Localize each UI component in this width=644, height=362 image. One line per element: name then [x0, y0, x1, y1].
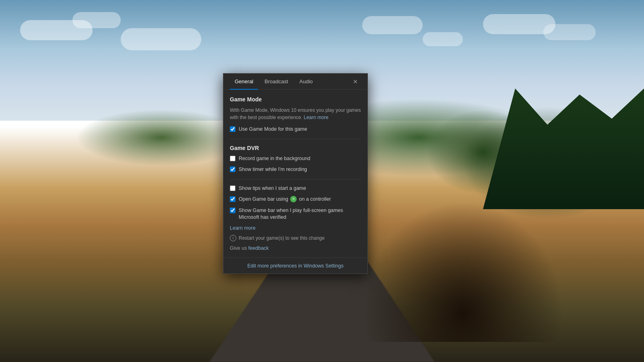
- feedback-link[interactable]: feedback: [248, 245, 269, 251]
- feedback-text-before: Give us: [230, 245, 248, 251]
- show-tips-row: Show tips when I start a game: [230, 185, 361, 192]
- use-game-mode-checkbox[interactable]: [230, 126, 235, 132]
- info-icon: i: [230, 235, 236, 241]
- record-background-checkbox[interactable]: [230, 156, 235, 161]
- fullscreen-gamebar-checkbox[interactable]: [230, 208, 235, 213]
- use-game-mode-label: Use Game Mode for this game: [239, 126, 307, 133]
- divider-1: [230, 139, 361, 139]
- open-gamebar-text-before: Open Game bar using: [239, 196, 289, 202]
- game-mode-description: With Game Mode, Windows 10 ensures you p…: [230, 107, 361, 121]
- close-button[interactable]: ✕: [350, 76, 361, 87]
- tab-broadcast[interactable]: Broadcast: [260, 74, 293, 90]
- game-mode-title: Game Mode: [230, 96, 361, 103]
- show-tips-checkbox[interactable]: [230, 185, 235, 191]
- dialog-header: General Broadcast Audio ✕: [223, 74, 367, 90]
- dialog-content: Game Mode With Game Mode, Windows 10 ens…: [223, 90, 367, 251]
- game-dvr-title: Game DVR: [230, 145, 361, 151]
- windows-settings-link[interactable]: Edit more preferences in Windows Setting…: [248, 263, 344, 269]
- open-gamebar-row: Open Game bar using on a controller: [230, 196, 361, 203]
- show-tips-label: Show tips when I start a game: [239, 185, 306, 192]
- fullscreen-gamebar-label: Show Game bar when I play full-screen ga…: [239, 207, 361, 221]
- dialog-footer: Edit more preferences in Windows Setting…: [223, 257, 367, 274]
- restart-text: Restart your game(s) to see this change: [239, 235, 324, 241]
- record-background-row: Record game in the background: [230, 155, 361, 162]
- game-mode-learn-more-link[interactable]: Learn more: [303, 115, 328, 120]
- show-timer-checkbox[interactable]: [230, 167, 235, 172]
- tab-audio[interactable]: Audio: [295, 74, 318, 90]
- record-background-label: Record game in the background: [239, 155, 310, 162]
- open-gamebar-text-after: on a controller: [297, 196, 331, 202]
- show-timer-label: Show timer while I'm recording: [239, 166, 307, 173]
- show-timer-row: Show timer while I'm recording: [230, 166, 361, 173]
- restart-info-row: i Restart your game(s) to see this chang…: [230, 235, 361, 241]
- feedback-row: Give us feedback: [230, 245, 361, 251]
- divider-2: [230, 179, 361, 179]
- fullscreen-learn-more-link[interactable]: Learn more: [230, 225, 361, 231]
- fullscreen-gamebar-row: Show Game bar when I play full-screen ga…: [230, 207, 361, 221]
- tab-general[interactable]: General: [230, 74, 258, 90]
- settings-dialog: General Broadcast Audio ✕ Game Mode With…: [223, 73, 368, 274]
- use-game-mode-row: Use Game Mode for this game: [230, 126, 361, 133]
- xbox-icon: [290, 196, 297, 202]
- open-gamebar-checkbox[interactable]: [230, 196, 235, 202]
- game-mode-desc-text: With Game Mode, Windows 10 ensures you p…: [230, 107, 361, 120]
- open-gamebar-label: Open Game bar using on a controller: [239, 196, 331, 203]
- car-area: [362, 201, 564, 342]
